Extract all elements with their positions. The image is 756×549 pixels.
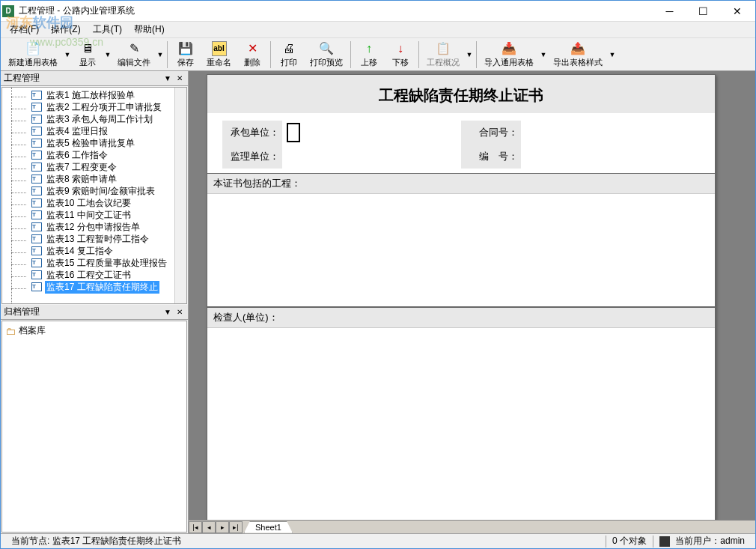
tree-item[interactable]: T监表10 工地会议纪要 — [2, 197, 174, 209]
tree-item[interactable]: T监表13 工程暂时停工指令 — [2, 233, 174, 245]
tab-first-button[interactable]: |◂ — [189, 521, 202, 533]
tree-item-label: 监表13 工程暂时停工指令 — [45, 233, 150, 246]
toolbar-btn-6[interactable]: ✕删除 — [237, 40, 267, 70]
user-icon — [659, 536, 670, 547]
text-cursor — [287, 123, 300, 142]
section2-body[interactable] — [207, 328, 715, 520]
field-number-value[interactable] — [521, 145, 700, 169]
tree-item[interactable]: T监表9 索赔时间/金额审批表 — [2, 185, 174, 197]
field-contractor-label: 承包单位： — [222, 121, 282, 145]
tree-item[interactable]: T监表3 承包人每周工作计划 — [2, 113, 174, 125]
toolbar-btn-2[interactable]: ✎编辑文件 — [113, 40, 155, 70]
document-icon: T — [31, 246, 43, 256]
tree-item[interactable]: T监表7 工程变更令 — [2, 161, 174, 173]
field-supervisor-value[interactable] — [282, 145, 461, 169]
tree-item-label: 监表1 施工放样报验单 — [45, 89, 136, 102]
tab-prev-button[interactable]: ◂ — [202, 521, 216, 533]
field-number-label: 编 号： — [461, 145, 521, 169]
toolbar-label: 下移 — [392, 57, 409, 68]
toolbar-btn-11[interactable]: ↑上移 — [354, 40, 384, 70]
toolbar-btn-14[interactable]: 📋工程概况 — [422, 40, 464, 70]
tree-item[interactable]: T监表11 中间交工证书 — [2, 209, 174, 221]
status-object-count: 0 个对象 — [606, 535, 653, 548]
section1-body[interactable] — [207, 194, 715, 306]
toolbar-dropdown-icon[interactable]: ▼ — [156, 40, 164, 70]
field-contractor-value[interactable] — [282, 121, 461, 145]
toolbar-label: 显示 — [79, 57, 96, 68]
toolbar-btn-9[interactable]: 🔍打印预览 — [305, 40, 347, 70]
menu-tools[interactable]: 工具(T) — [87, 22, 128, 37]
toolbar-label: 打印预览 — [310, 57, 343, 68]
toolbar-dropdown-icon[interactable]: ▼ — [609, 40, 616, 70]
document-icon: T — [31, 222, 43, 232]
toolbar-btn-8[interactable]: 🖨打印 — [274, 40, 304, 70]
sheet-tab[interactable]: Sheet1 — [244, 521, 293, 533]
tree-item[interactable]: T监表12 分包申请报告单 — [2, 221, 174, 233]
tree-item-label: 监表5 检验申请批复单 — [45, 137, 136, 150]
field-contract-value[interactable] — [521, 121, 700, 145]
tab-next-button[interactable]: ▸ — [216, 521, 229, 533]
toolbar-icon: ↓ — [393, 41, 408, 56]
toolbar-icon: 📤 — [570, 41, 585, 56]
toolbar-dropdown-icon[interactable]: ▼ — [466, 40, 473, 70]
titlebar: D 工程管理 - 公路内业管理系统 ─ ☐ ✕ — [1, 1, 755, 22]
tree-item[interactable]: T监表1 施工放样报验单 — [2, 89, 174, 101]
tab-last-button[interactable]: ▸| — [229, 521, 243, 533]
toolbar-btn-1[interactable]: 🖥显示 — [73, 40, 103, 70]
toolbar-separator — [167, 41, 168, 68]
toolbar-btn-12[interactable]: ↓下移 — [385, 40, 415, 70]
tree-item[interactable]: T监表2 工程分项开工申请批复 — [2, 101, 174, 113]
tree-item-label: 监表12 分包申请报告单 — [45, 221, 141, 234]
minimize-button[interactable]: ─ — [653, 1, 686, 21]
tree-item[interactable]: T监表6 工作指令 — [2, 149, 174, 161]
document-icon: T — [31, 234, 43, 244]
tree-scrollbar[interactable] — [174, 88, 186, 303]
archive-tree[interactable]: 🗀 档案库 — [1, 321, 187, 533]
tree-item-label: 监表3 承包人每周工作计划 — [45, 113, 154, 126]
tree-item[interactable]: T监表8 索赔申请单 — [2, 173, 174, 185]
document-page: 工程缺陷责任期终止证书 承包单位： 监理单位： — [207, 74, 716, 520]
maximize-button[interactable]: ☐ — [686, 1, 720, 21]
app-icon: D — [2, 5, 14, 17]
tree-item[interactable]: T监表16 工程交工证书 — [2, 269, 174, 281]
archive-root[interactable]: 🗀 档案库 — [5, 324, 183, 337]
panel-dropdown-icon[interactable]: ▼ — [162, 73, 173, 84]
document-icon: T — [31, 186, 43, 196]
document-viewport[interactable]: 工程缺陷责任期终止证书 承包单位： 监理单位： — [189, 71, 755, 520]
document-title: 工程缺陷责任期终止证书 — [207, 75, 715, 113]
tree-view[interactable]: T监表1 施工放样报验单T监表2 工程分项开工申请批复T监表3 承包人每周工作计… — [1, 87, 187, 304]
toolbar-btn-0[interactable]: 📄新建通用表格 — [4, 40, 62, 70]
toolbar-dropdown-icon[interactable]: ▼ — [104, 40, 112, 70]
sheet-tab-bar: |◂ ◂ ▸ ▸| Sheet1 — [189, 520, 755, 533]
document-icon: T — [31, 138, 43, 148]
close-button[interactable]: ✕ — [720, 1, 754, 21]
tree-item[interactable]: T监表15 工程质量事故处理报告 — [2, 257, 174, 269]
toolbar-separator — [270, 41, 271, 68]
toolbar-separator — [418, 41, 419, 68]
toolbar-dropdown-icon[interactable]: ▼ — [64, 40, 71, 70]
document-icon: T — [31, 162, 43, 172]
toolbar-btn-4[interactable]: 💾保存 — [171, 40, 201, 70]
tree-item[interactable]: T监表5 检验申请批复单 — [2, 137, 174, 149]
tree-item-label: 监表14 复工指令 — [45, 245, 115, 258]
panel-dropdown-icon[interactable]: ▼ — [162, 307, 173, 318]
panel-close-icon[interactable]: ✕ — [174, 307, 185, 318]
tree-item[interactable]: T监表4 监理日报 — [2, 125, 174, 137]
toolbar-separator — [476, 41, 477, 68]
tree-item[interactable]: T监表17 工程缺陷责任期终止 — [2, 281, 174, 293]
tree-item-label: 监表15 工程质量事故处理报告 — [45, 257, 168, 270]
status-user: 当前用户：admin — [653, 535, 751, 548]
tree-item[interactable]: T监表14 复工指令 — [2, 245, 174, 257]
archive-root-label: 档案库 — [19, 324, 46, 337]
toolbar-btn-5[interactable]: abI重命名 — [202, 40, 236, 70]
panel-close-icon[interactable]: ✕ — [174, 73, 185, 84]
tree-item-label: 监表10 工地会议纪要 — [45, 197, 132, 210]
toolbar-label: 上移 — [361, 57, 377, 68]
menu-help[interactable]: 帮助(H) — [128, 22, 171, 37]
toolbar-icon: ↑ — [362, 41, 377, 56]
toolbar-btn-16[interactable]: 📥导入通用表格 — [480, 40, 538, 70]
toolbar-btn-17[interactable]: 📤导出表格样式 — [549, 40, 607, 70]
menu-operation[interactable]: 操作(Z) — [45, 22, 86, 37]
menu-file[interactable]: 存档(F) — [4, 22, 45, 37]
toolbar-dropdown-icon[interactable]: ▼ — [540, 40, 547, 70]
